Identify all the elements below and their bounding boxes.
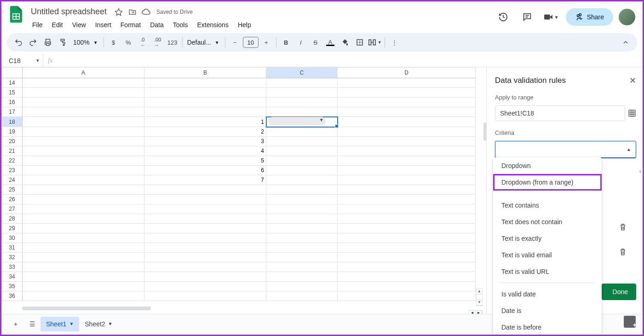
criteria-option[interactable]: Dropdown <box>493 157 602 174</box>
cell-C16[interactable] <box>266 98 338 107</box>
borders-button[interactable] <box>353 35 367 49</box>
menu-insert[interactable]: Insert <box>91 19 115 30</box>
cell-B24[interactable]: 7 <box>144 175 266 185</box>
cell-C28[interactable] <box>266 214 338 224</box>
cell-C31[interactable] <box>266 243 338 253</box>
cell-A15[interactable] <box>23 88 144 98</box>
menu-file[interactable]: File <box>28 19 47 30</box>
cell-B17[interactable] <box>144 107 266 117</box>
move-icon[interactable] <box>128 7 137 17</box>
row-header-18[interactable]: 18 <box>2 117 23 127</box>
name-box[interactable]: C18▼ <box>6 56 43 65</box>
cell-A34[interactable] <box>23 272 144 282</box>
cell-D19[interactable] <box>338 127 476 137</box>
row-header-29[interactable]: 29 <box>2 224 23 233</box>
cell-B25[interactable] <box>144 185 266 195</box>
more-formats-button[interactable]: 123 <box>166 35 179 49</box>
cell-C24[interactable] <box>266 175 338 185</box>
document-title[interactable]: Untitled spreadsheet <box>28 6 109 17</box>
row-header-33[interactable]: 33 <box>2 262 23 272</box>
cell-C27[interactable] <box>266 204 338 214</box>
show-side-panel-button[interactable]: ‹ <box>639 168 641 174</box>
cell-D34[interactable] <box>338 272 476 282</box>
select-all-corner[interactable] <box>2 68 23 78</box>
cell-A28[interactable] <box>23 214 144 224</box>
cell-B34[interactable] <box>144 272 266 282</box>
currency-button[interactable]: $ <box>107 35 121 49</box>
cell-B35[interactable] <box>144 282 266 291</box>
print-button[interactable] <box>41 35 55 49</box>
cell-B22[interactable]: 5 <box>144 156 266 166</box>
row-header-20[interactable]: 20 <box>2 137 23 146</box>
quick-scroll-vertical[interactable]: ▲▼ <box>476 289 483 306</box>
horizontal-scrollbar[interactable] <box>22 307 151 310</box>
cell-A16[interactable] <box>23 98 144 107</box>
italic-button[interactable]: I <box>294 35 308 49</box>
cell-C25[interactable] <box>266 185 338 195</box>
criteria-select[interactable]: ▲ <box>495 141 636 158</box>
merge-button[interactable]: ▼ <box>368 35 382 49</box>
row-header-24[interactable]: 24 <box>2 175 23 185</box>
explore-button[interactable] <box>624 316 636 328</box>
delete-icon[interactable] <box>619 248 627 256</box>
criteria-option[interactable]: Text contains <box>493 197 602 214</box>
cell-C15[interactable] <box>266 88 338 98</box>
cell-A17[interactable] <box>23 107 144 117</box>
cell-A29[interactable] <box>23 224 144 233</box>
row-header-26[interactable]: 26 <box>2 195 23 204</box>
select-range-icon[interactable] <box>628 109 636 117</box>
cell-B14[interactable] <box>144 78 266 88</box>
cell-C23[interactable] <box>266 166 338 175</box>
cell-D26[interactable] <box>338 195 476 204</box>
cell-B18[interactable]: 1 <box>144 117 266 127</box>
strikethrough-button[interactable]: S <box>309 35 322 49</box>
text-color-button[interactable]: A <box>323 35 337 49</box>
history-icon[interactable] <box>494 8 512 26</box>
row-header-32[interactable]: 32 <box>2 253 23 262</box>
fill-color-button[interactable] <box>338 35 352 49</box>
menu-help[interactable]: Help <box>234 19 255 30</box>
cell-B33[interactable] <box>144 262 266 272</box>
dropdown-chip[interactable] <box>268 117 326 125</box>
star-icon[interactable] <box>114 7 123 17</box>
column-header-D[interactable]: D <box>338 68 476 78</box>
sheet-tab-sheet2[interactable]: Sheet2▼ <box>79 317 118 331</box>
cell-B31[interactable] <box>144 243 266 253</box>
criteria-option[interactable]: Dropdown (from a range) <box>493 174 602 191</box>
cell-C17[interactable] <box>266 107 338 117</box>
row-header-28[interactable]: 28 <box>2 214 23 224</box>
row-header-14[interactable]: 14 <box>2 78 23 88</box>
row-header-19[interactable]: 19 <box>2 127 23 137</box>
criteria-option[interactable]: Text does not contain <box>493 214 602 230</box>
criteria-option[interactable]: Is valid date <box>493 286 602 302</box>
cell-A18[interactable] <box>23 117 144 127</box>
cell-D22[interactable] <box>338 156 476 166</box>
cell-A31[interactable] <box>23 243 144 253</box>
cell-A19[interactable] <box>23 127 144 137</box>
cell-D27[interactable] <box>338 204 476 214</box>
cell-D30[interactable] <box>338 233 476 243</box>
cell-B16[interactable] <box>144 98 266 107</box>
cell-B19[interactable]: 2 <box>144 127 266 137</box>
redo-button[interactable] <box>26 35 40 49</box>
cell-D32[interactable] <box>338 253 476 262</box>
cell-A35[interactable] <box>23 282 144 291</box>
cell-B23[interactable]: 6 <box>144 166 266 175</box>
cell-C18[interactable] <box>266 117 338 127</box>
cell-A32[interactable] <box>23 253 144 262</box>
row-header-31[interactable]: 31 <box>2 243 23 253</box>
cell-A23[interactable] <box>23 166 144 175</box>
cell-D28[interactable] <box>338 214 476 224</box>
cell-D23[interactable] <box>338 166 476 175</box>
zoom-select[interactable]: 100%▼ <box>70 39 101 46</box>
meet-button[interactable]: ▼ <box>542 8 560 26</box>
sheet-tab-sheet1[interactable]: Sheet1▼ <box>40 317 79 331</box>
increase-font-button[interactable]: + <box>259 35 273 49</box>
cell-B30[interactable] <box>144 233 266 243</box>
cell-D15[interactable] <box>338 88 476 98</box>
criteria-option[interactable]: Text is valid email <box>493 247 602 263</box>
menu-extensions[interactable]: Extensions <box>193 19 232 30</box>
cloud-saved-icon[interactable] <box>142 7 151 17</box>
column-header-B[interactable]: B <box>144 68 266 78</box>
apply-range-input[interactable]: Sheet1!C18 <box>495 105 625 121</box>
